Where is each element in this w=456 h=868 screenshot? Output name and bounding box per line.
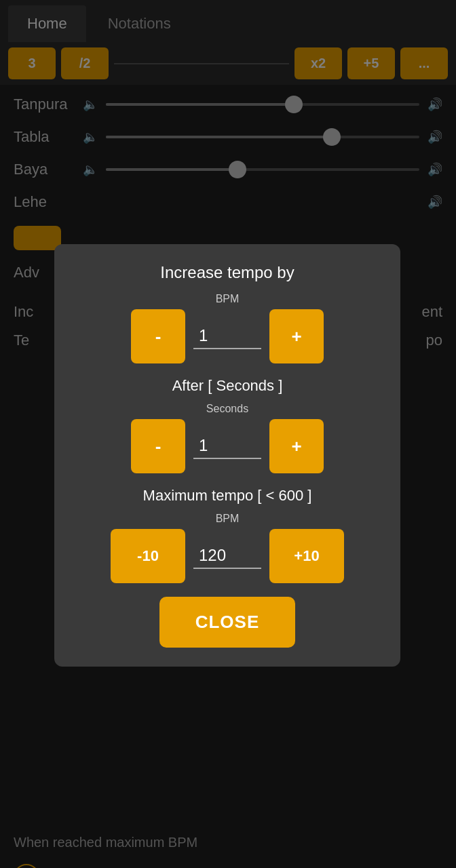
close-button[interactable]: CLOSE <box>159 597 295 648</box>
max-bpm-label: BPM <box>76 513 379 525</box>
bpm-input[interactable] <box>193 323 261 349</box>
seconds-plus-btn[interactable]: + <box>269 419 324 473</box>
seconds-minus-btn[interactable]: - <box>131 419 185 473</box>
bpm-control-row: - + <box>76 309 379 363</box>
bpm-plus-btn[interactable]: + <box>269 309 324 363</box>
seconds-control-row: - + <box>76 419 379 473</box>
max-bpm-input[interactable] <box>193 543 261 569</box>
max-plus-btn[interactable]: +10 <box>269 529 344 583</box>
max-control-row: -10 +10 <box>76 529 379 583</box>
bpm-minus-btn[interactable]: - <box>131 309 185 363</box>
tempo-modal: Increase tempo by BPM - + After [ Second… <box>54 244 400 667</box>
max-tempo-title: Maximum tempo [ < 600 ] <box>76 487 379 505</box>
modal-title: Increase tempo by <box>76 263 379 282</box>
seconds-input[interactable] <box>193 433 261 459</box>
max-minus-btn[interactable]: -10 <box>111 529 185 583</box>
bpm-label: BPM <box>76 293 379 305</box>
seconds-title: After [ Seconds ] <box>76 377 379 395</box>
seconds-label: Seconds <box>76 403 379 415</box>
